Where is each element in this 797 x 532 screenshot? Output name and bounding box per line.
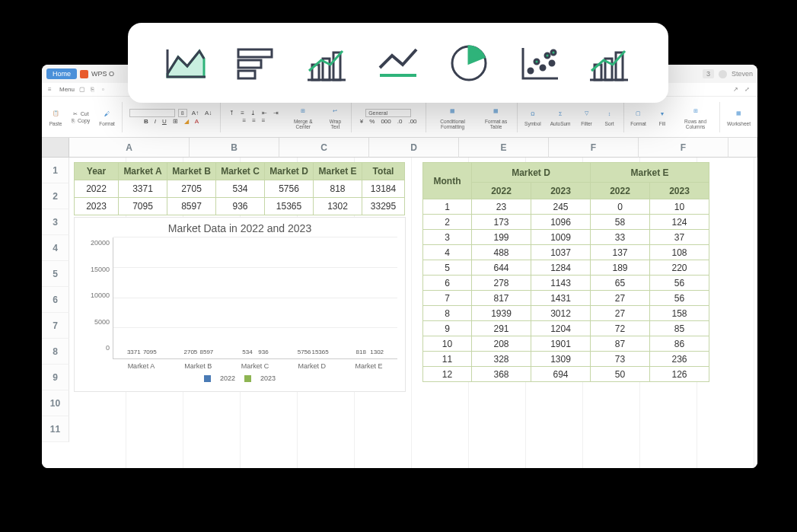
table2-cell[interactable]: 1009 [531,230,591,245]
year-header[interactable]: 2023 [650,183,709,199]
year-header[interactable]: 2022 [591,183,650,199]
table2-cell[interactable]: 73 [591,352,650,367]
market-header[interactable]: Market D [472,163,591,183]
table2-cell[interactable]: 2 [423,215,472,230]
font-size-select[interactable]: 8 [178,109,187,117]
table2-cell[interactable]: 1204 [531,321,591,336]
column-header[interactable]: B [190,138,279,158]
scatter-chart-icon[interactable] [517,42,563,84]
table2-cell[interactable]: 1284 [531,260,591,276]
format-table-group[interactable]: ▦ Format as Table [478,103,514,131]
autosum-group[interactable]: Σ AutoSum [547,105,575,128]
table1-header[interactable]: Total [362,163,405,180]
table2-cell[interactable]: 9 [423,321,472,336]
table2-cell[interactable]: 27 [591,291,650,306]
table1-cell[interactable]: 33295 [362,198,405,215]
increase-font-icon[interactable]: A↑ [190,110,200,116]
align-top-icon[interactable]: ⤒ [228,110,236,116]
expand-icon[interactable]: ⤢ [744,86,751,93]
monthly-detail-table[interactable]: MonthMarket DMarket E2022202320222023123… [422,162,709,382]
table2-cell[interactable]: 1309 [531,352,591,367]
align-bottom-icon[interactable]: ⤓ [249,110,257,116]
table2-cell[interactable]: 1143 [531,276,591,291]
row-header[interactable]: 6 [42,287,69,313]
table2-cell[interactable]: 1037 [531,245,591,260]
filter-group[interactable]: ▽ Filter [576,105,598,128]
row-header[interactable]: 8 [42,339,69,365]
align-left-icon[interactable]: ≡ [241,117,247,124]
cut-label[interactable]: Cut [81,111,89,116]
decrease-font-icon[interactable]: A↓ [203,110,213,116]
table1-cell[interactable]: 15365 [265,198,314,215]
cond-format-group[interactable]: ▦ Conditional Formatting [429,103,477,131]
open-icon[interactable]: ⎘ [91,86,97,93]
indent-less-icon[interactable]: ⇤ [260,110,269,116]
dec-inc-icon[interactable]: .0 [396,118,404,125]
chart-panel[interactable]: Market Data in 2022 and 2023 20000150001… [74,217,406,392]
bold-button[interactable]: B [142,118,150,125]
row-header[interactable]: 11 [42,416,69,442]
share-icon[interactable]: ↗ [733,86,740,93]
table2-cell[interactable]: 694 [531,367,591,382]
copy-label[interactable]: Copy [78,118,90,123]
align-right-icon[interactable]: ≡ [260,117,267,124]
table2-cell[interactable]: 23 [472,199,531,215]
row-header[interactable]: 10 [42,390,69,416]
dec-dec-icon[interactable]: .00 [406,118,418,125]
table2-cell[interactable]: 278 [472,276,531,291]
table2-cell[interactable]: 12 [423,367,472,382]
table2-cell[interactable]: 27 [591,306,650,321]
number-format-select[interactable]: General [365,109,411,117]
table2-cell[interactable]: 1939 [472,306,531,321]
year-header[interactable]: 2023 [531,183,591,199]
table2-cell[interactable]: 220 [650,260,709,276]
line-chart-icon[interactable] [375,42,421,84]
table1-header[interactable]: Market B [167,163,216,180]
indent-more-icon[interactable]: ⇥ [272,110,280,116]
table2-cell[interactable]: 11 [423,352,472,367]
year-header[interactable]: 2022 [472,183,531,199]
row-header[interactable]: 7 [42,313,69,339]
table2-cell[interactable]: 8 [423,306,472,321]
table1-cell[interactable]: 7095 [119,198,167,215]
border-icon[interactable]: ⊞ [171,118,180,125]
format-cells-group[interactable]: ▢ Format [626,105,650,128]
row-header[interactable]: 9 [42,365,69,390]
italic-button[interactable]: I [153,118,158,125]
table2-cell[interactable]: 1901 [531,336,591,352]
menu-label[interactable]: Menu [59,86,75,93]
merge-group[interactable]: ⊞ Merge & Center [285,103,321,131]
table2-cell[interactable]: 108 [650,245,709,260]
percent-icon[interactable]: % [368,118,376,125]
table1-cell[interactable]: 5756 [265,180,314,198]
font-color-icon[interactable]: A [193,118,200,125]
table1-cell[interactable]: 818 [314,180,362,198]
table2-cell[interactable]: 56 [650,276,709,291]
market-summary-table[interactable]: YearMarket AMarket BMarket CMarket DMark… [74,162,405,215]
table2-cell[interactable]: 87 [591,336,650,352]
table2-cell[interactable]: 72 [591,321,650,336]
hamburger-icon[interactable]: ≡ [48,86,55,93]
fill-group[interactable]: ▼ Fill [652,105,673,128]
rows-cols-group[interactable]: ⊞ Rows and Columns [674,103,716,131]
fill-color-icon[interactable]: ◢ [183,118,190,125]
table2-cell[interactable]: 3012 [531,306,591,321]
font-select[interactable] [129,109,175,117]
cut-icon[interactable]: ✂ [73,111,78,117]
paste-group[interactable]: 📋 Paste [45,105,66,128]
home-tab[interactable]: Home [46,68,77,79]
table2-cell[interactable]: 10 [650,199,709,215]
area-chart-icon[interactable] [163,42,209,84]
copy-icon[interactable]: ⎘ [72,118,75,123]
table1-cell[interactable]: 2023 [75,198,119,215]
underline-button[interactable]: U [161,118,168,125]
row-header[interactable]: 4 [42,235,69,261]
format-painter-group[interactable]: 🖌 Format [95,105,119,128]
table2-cell[interactable]: 291 [472,321,531,336]
align-center-icon[interactable]: ≡ [250,117,257,124]
table2-cell[interactable]: 208 [472,336,531,352]
table1-cell[interactable]: 936 [216,198,265,215]
table2-cell[interactable]: 1431 [531,291,591,306]
table2-cell[interactable]: 137 [591,245,650,260]
table2-cell[interactable]: 56 [650,291,709,306]
